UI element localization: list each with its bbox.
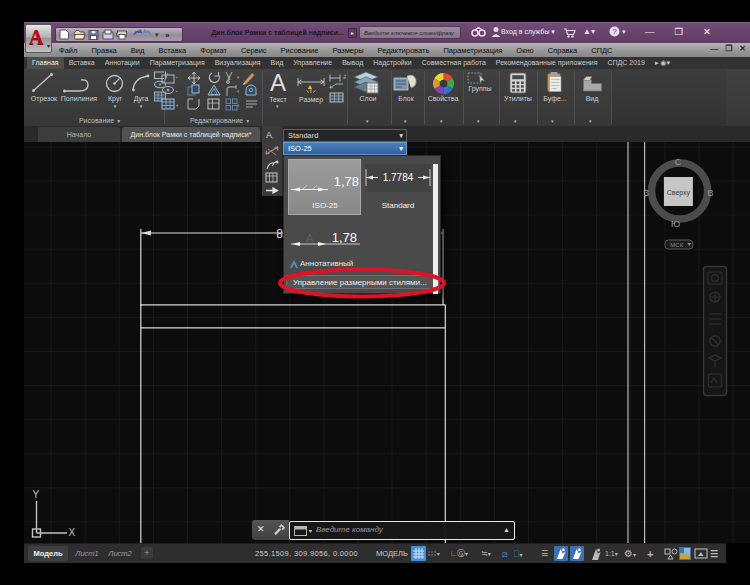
- svg-text:Y: Y: [33, 489, 40, 500]
- svg-text:X: X: [69, 527, 76, 538]
- svg-text:Ю: Ю: [671, 219, 680, 229]
- svg-text:1,78: 1,78: [332, 230, 357, 245]
- svg-text:Сверху: Сверху: [667, 189, 691, 197]
- svg-text:1,78: 1,78: [334, 174, 359, 189]
- svg-text:▾: ▾: [155, 31, 159, 38]
- svg-text:?: ?: [612, 27, 617, 36]
- svg-text:ISO-25: ISO-25: [312, 201, 338, 210]
- svg-text:С: С: [675, 157, 682, 167]
- svg-text:З: З: [644, 188, 649, 198]
- svg-text:A: A: [306, 232, 314, 244]
- svg-text:»: »: [165, 31, 170, 40]
- svg-text:Standard: Standard: [382, 201, 414, 210]
- svg-text:МСК: МСК: [670, 242, 683, 248]
- svg-text:1.7784: 1.7784: [383, 172, 414, 183]
- svg-text:В: В: [708, 188, 714, 198]
